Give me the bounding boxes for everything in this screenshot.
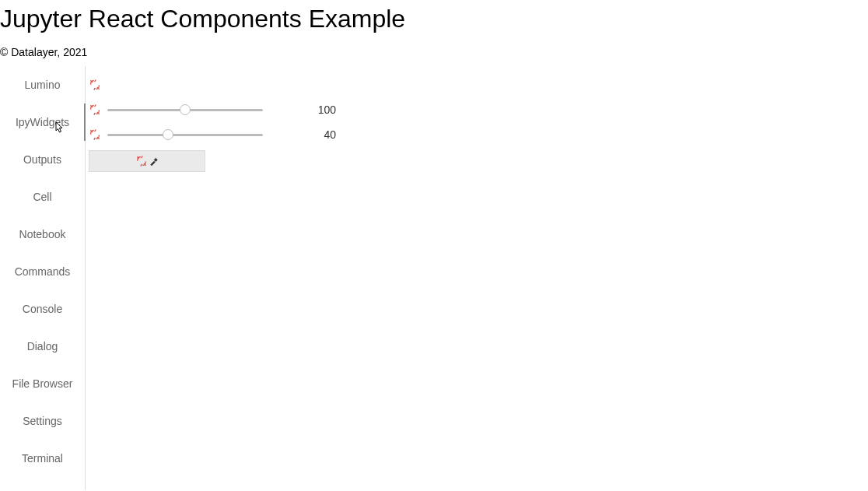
sidebar-item-dialog[interactable]: Dialog	[0, 328, 85, 365]
broken-link-icon	[135, 155, 148, 167]
main-content: 100 40	[86, 66, 868, 490]
slider-thumb[interactable]	[180, 104, 191, 115]
slider-track	[107, 134, 263, 136]
sidebar-item-label: Dialog	[27, 340, 58, 352]
sidebar-item-label: Terminal	[22, 452, 63, 465]
sidebar-item-label: Settings	[23, 415, 62, 427]
sidebar-item-file-browser[interactable]: File Browser	[0, 365, 85, 402]
sidebar-item-label: File Browser	[12, 377, 73, 390]
sidebar-item-terminal[interactable]: Terminal	[0, 440, 85, 477]
sidebar-item-label: Commands	[15, 265, 71, 278]
slider-thumb[interactable]	[163, 129, 173, 140]
widget-row-header	[89, 72, 865, 97]
slider-1-value: 100	[289, 103, 336, 116]
sidebar-item-commands[interactable]: Commands	[0, 253, 85, 290]
sidebar-item-notebook[interactable]: Notebook	[0, 216, 85, 253]
broken-link-icon[interactable]	[89, 79, 101, 91]
slider-track	[107, 109, 263, 111]
slider-2[interactable]	[107, 134, 263, 136]
sidebar-item-settings[interactable]: Settings	[0, 402, 85, 440]
sidebar: Lumino IpyWidgets Outputs Cell Notebook …	[0, 66, 86, 490]
sidebar-item-outputs[interactable]: Outputs	[0, 141, 85, 178]
page-title: Jupyter React Components Example	[0, 0, 868, 33]
slider-row-1: 100	[89, 97, 865, 122]
sidebar-item-label: Outputs	[23, 153, 61, 166]
button-row	[89, 149, 865, 174]
copyright-text: © Datalayer, 2021	[0, 33, 868, 66]
broken-link-icon[interactable]	[89, 103, 101, 116]
sidebar-item-label: Notebook	[19, 228, 66, 240]
sidebar-item-label: Lumino	[25, 79, 61, 91]
sidebar-item-console[interactable]: Console	[0, 290, 85, 328]
slider-1[interactable]	[107, 109, 263, 111]
slider-row-2: 40	[89, 122, 865, 147]
hammer-icon	[149, 156, 159, 166]
sidebar-item-lumino[interactable]: Lumino	[0, 66, 85, 103]
sidebar-item-label: Console	[23, 303, 62, 315]
sidebar-item-label: IpyWidgets	[16, 116, 69, 128]
action-button[interactable]	[89, 150, 205, 172]
sidebar-item-cell[interactable]: Cell	[0, 178, 85, 216]
sidebar-item-label: Cell	[33, 191, 51, 203]
sidebar-item-ipywidgets[interactable]: IpyWidgets	[0, 103, 85, 141]
slider-2-value: 40	[289, 128, 336, 141]
broken-link-icon[interactable]	[89, 128, 101, 141]
